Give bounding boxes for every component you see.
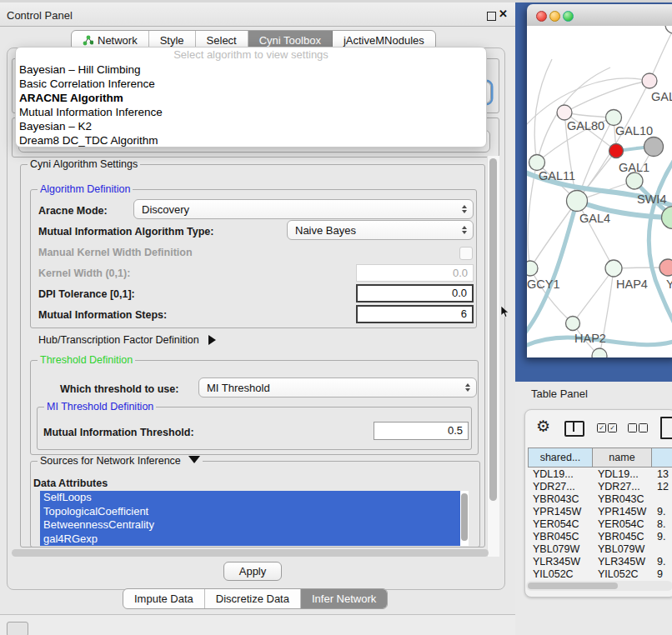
apply-button[interactable]: Apply — [223, 562, 282, 581]
hub-definition-label: Hub/Transcription Factor Definition — [38, 334, 199, 346]
table-row[interactable]: YPR145WYPR145W9. — [528, 506, 672, 518]
table-row[interactable]: YDR27...YDR27...12 — [528, 481, 672, 493]
table-cell: 9. — [652, 556, 672, 568]
manual-kernel-label: Manual Kernel Width Definition — [38, 247, 193, 258]
mi-type-combobox[interactable]: Naive Bayes — [287, 220, 474, 240]
tab-label: Discretize Data — [216, 592, 289, 605]
table-cell: 9. — [652, 531, 672, 543]
table-cell: YIL052C — [528, 568, 593, 581]
network-node-label: Y — [666, 278, 672, 291]
table-cell: YIL052C — [593, 568, 652, 581]
network-canvas[interactable]: GAL8GAL80GAL10GAL1GAL11SWI4GAL4GCY1HAP4Y… — [527, 26, 672, 358]
float-panel-icon[interactable] — [487, 12, 496, 21]
network-node-label: HAP2 — [574, 332, 606, 345]
network-node[interactable] — [665, 26, 672, 33]
network-node[interactable] — [557, 105, 572, 120]
algorithm-option[interactable]: Bayesian – Hill Climbing — [16, 62, 486, 77]
zoom-traffic-icon[interactable] — [563, 11, 574, 22]
tab-label: Select — [207, 34, 237, 47]
tab-label: Network — [98, 34, 138, 47]
table-cell: YER054C — [528, 518, 593, 531]
table-row[interactable]: YBL079WYBL079W — [528, 543, 672, 556]
attributes-scrollbar-thumb[interactable] — [461, 493, 468, 541]
tab-impute-data[interactable]: Impute Data — [123, 589, 205, 608]
network-node[interactable] — [592, 348, 607, 358]
gear-icon[interactable]: ⚙ — [536, 417, 550, 435]
network-node[interactable] — [609, 144, 624, 158]
unchecked-boxes-icon[interactable] — [628, 423, 637, 432]
network-window[interactable]: GAL8GAL80GAL10GAL1GAL11SWI4GAL4GCY1HAP4Y… — [527, 4, 672, 358]
which-threshold-combobox[interactable]: MI Threshold — [198, 378, 477, 398]
panel-toggle-icon[interactable] — [7, 622, 28, 635]
chevron-updown-icon — [462, 226, 467, 234]
attribute-list-item[interactable]: SelfLoops — [40, 491, 460, 505]
network-node[interactable] — [567, 191, 588, 212]
document-icon[interactable] — [660, 417, 672, 439]
tab-label: Impute Data — [134, 592, 193, 605]
network-node[interactable] — [642, 73, 657, 88]
tab-label: jActiveMNodules — [344, 34, 424, 47]
mi-steps-field[interactable]: 6 — [356, 305, 474, 323]
network-node[interactable] — [606, 110, 622, 126]
close-traffic-icon[interactable] — [536, 11, 547, 22]
table-cell: YDL19... — [528, 468, 593, 481]
table-row[interactable]: YBR043CYBR043C — [528, 493, 672, 506]
hub-definition-toggle[interactable]: Hub/Transcription Factor Definition — [38, 334, 216, 346]
network-node[interactable] — [626, 172, 643, 189]
algorithm-option[interactable]: Bayesian – K2 — [16, 119, 486, 133]
tab-infer-network[interactable]: Infer Network — [301, 589, 387, 608]
algorithm-option[interactable]: Mutual Information Inference — [16, 105, 486, 119]
table-horizontal-scrollbar-thumb[interactable] — [528, 582, 618, 589]
table-cell: YLR345W — [593, 556, 652, 568]
table-column-header[interactable] — [652, 448, 672, 468]
attribute-list-item[interactable]: BetweennessCentrality — [40, 518, 460, 532]
chevron-updown-icon — [465, 383, 470, 392]
chevron-updown-icon — [462, 205, 467, 213]
data-attributes-list[interactable]: SelfLoopsTopologicalCoefficientBetweenne… — [40, 491, 469, 546]
close-icon[interactable]: ✕ — [499, 8, 508, 20]
checked-boxes-icon[interactable]: ✓ — [608, 423, 617, 432]
table-column-header[interactable]: name — [593, 448, 652, 468]
kernel-width-field[interactable]: 0.0 — [356, 264, 474, 282]
minimize-traffic-icon[interactable] — [549, 11, 560, 22]
table-row[interactable]: YLR345WYLR345W9. — [528, 556, 672, 568]
attribute-list-item[interactable]: gal4RGexp — [40, 532, 460, 547]
table-row[interactable]: YIL052CYIL052C9 — [528, 568, 672, 581]
chevron-right-icon — [208, 335, 216, 345]
settings-horizontal-scrollbar-thumb[interactable] — [12, 549, 489, 557]
network-window-titlebar[interactable] — [527, 4, 672, 27]
table-cell: YBR045C — [593, 531, 652, 543]
network-node[interactable] — [527, 261, 538, 276]
table-cell: YBL079W — [593, 543, 652, 556]
algorithm-option[interactable]: Basic Correlation Inference — [16, 77, 486, 91]
sources-title[interactable]: Sources for Network Inference — [38, 456, 203, 467]
control-panel-title: Control Panel — [7, 9, 73, 22]
dpi-tolerance-field[interactable]: 0.0 — [356, 284, 474, 302]
tab-discretize-data[interactable]: Discretize Data — [205, 589, 301, 608]
network-node[interactable] — [605, 260, 622, 277]
algorithm-option[interactable]: Dream8 DC_TDC Algorithm — [16, 133, 486, 148]
network-node-label: GAL80 — [567, 119, 604, 132]
checked-boxes-icon[interactable]: ✓ — [597, 423, 606, 432]
unchecked-boxes-icon[interactable] — [639, 423, 648, 432]
columns-icon[interactable] — [564, 421, 584, 437]
network-node[interactable] — [659, 259, 672, 276]
table-row[interactable]: YER054CYER054C8. — [528, 518, 672, 531]
table-row[interactable]: YDL19...YDL19...13 — [528, 468, 672, 481]
network-node[interactable] — [566, 317, 580, 331]
settings-vertical-scrollbar-thumb[interactable] — [489, 158, 497, 501]
dropdown-placeholder: Select algorithm to view settings — [16, 48, 486, 62]
table-cell: YDR27... — [593, 481, 652, 493]
mi-threshold-label: Mutual Information Threshold: — [43, 427, 194, 438]
table-column-header[interactable]: shared... — [528, 448, 593, 468]
network-node[interactable] — [644, 138, 664, 157]
network-node[interactable] — [529, 155, 545, 171]
manual-kernel-checkbox[interactable] — [459, 247, 473, 260]
mi-threshold-field[interactable]: 0.5 — [374, 422, 469, 440]
aracne-mode-combobox[interactable]: Discovery — [133, 199, 474, 219]
table-cell — [652, 543, 672, 556]
table-cell: 9. — [652, 506, 672, 518]
table-row[interactable]: YBR045CYBR045C9. — [528, 531, 672, 543]
attribute-list-item[interactable]: TopologicalCoefficient — [40, 505, 460, 519]
algorithm-option[interactable]: ARACNE Algorithm — [16, 91, 486, 105]
